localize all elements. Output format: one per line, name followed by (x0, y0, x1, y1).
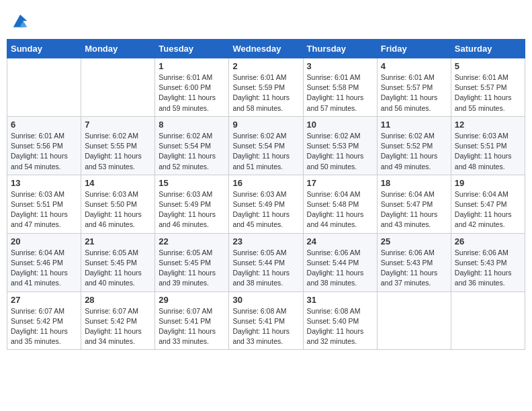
calendar-cell: 16Sunrise: 6:03 AMSunset: 5:49 PMDayligh… (229, 175, 303, 233)
day-number: 15 (159, 178, 225, 188)
day-number: 5 (455, 61, 521, 71)
calendar-cell: 29Sunrise: 6:07 AMSunset: 5:41 PMDayligh… (155, 291, 229, 350)
day-info: Sunrise: 6:04 AMSunset: 5:47 PMDaylight:… (455, 189, 521, 230)
day-number: 9 (232, 120, 299, 130)
day-info: Sunrise: 6:03 AMSunset: 5:49 PMDaylight:… (232, 189, 299, 230)
calendar-cell: 20Sunrise: 6:04 AMSunset: 5:46 PMDayligh… (7, 233, 81, 291)
day-number: 26 (455, 236, 521, 246)
day-number: 4 (381, 61, 447, 71)
day-info: Sunrise: 6:06 AMSunset: 5:43 PMDaylight:… (455, 248, 521, 289)
day-info: Sunrise: 6:02 AMSunset: 5:52 PMDaylight:… (381, 131, 447, 172)
calendar-cell: 11Sunrise: 6:02 AMSunset: 5:52 PMDayligh… (377, 116, 451, 175)
day-info: Sunrise: 6:02 AMSunset: 5:54 PMDaylight:… (232, 131, 299, 172)
calendar-cell: 31Sunrise: 6:08 AMSunset: 5:40 PMDayligh… (303, 291, 377, 350)
weekday-header-wednesday: Wednesday (229, 40, 303, 58)
day-number: 24 (307, 236, 373, 246)
day-info: Sunrise: 6:05 AMSunset: 5:45 PMDaylight:… (85, 248, 151, 289)
day-info: Sunrise: 6:08 AMSunset: 5:41 PMDaylight:… (232, 306, 299, 347)
calendar-cell: 12Sunrise: 6:03 AMSunset: 5:51 PMDayligh… (451, 116, 525, 175)
day-number: 6 (11, 120, 77, 130)
calendar-cell: 2Sunrise: 6:01 AMSunset: 5:59 PMDaylight… (229, 58, 303, 117)
day-number: 17 (307, 178, 373, 188)
calendar-cell: 8Sunrise: 6:02 AMSunset: 5:54 PMDaylight… (155, 116, 229, 175)
day-number: 19 (455, 178, 521, 188)
day-info: Sunrise: 6:07 AMSunset: 5:42 PMDaylight:… (11, 306, 77, 347)
weekday-header-tuesday: Tuesday (155, 40, 229, 58)
logo (9, 12, 30, 31)
calendar-cell: 5Sunrise: 6:01 AMSunset: 5:57 PMDaylight… (451, 58, 525, 117)
weekday-header-thursday: Thursday (303, 40, 377, 58)
day-number: 11 (381, 120, 447, 130)
day-info: Sunrise: 6:03 AMSunset: 5:51 PMDaylight:… (455, 131, 521, 172)
calendar-cell: 9Sunrise: 6:02 AMSunset: 5:54 PMDaylight… (229, 116, 303, 175)
day-number: 27 (11, 295, 77, 305)
weekday-header-sunday: Sunday (7, 40, 81, 58)
calendar-week-row: 6Sunrise: 6:01 AMSunset: 5:56 PMDaylight… (7, 116, 525, 175)
calendar-week-row: 13Sunrise: 6:03 AMSunset: 5:51 PMDayligh… (7, 175, 525, 233)
calendar-cell (451, 291, 525, 350)
day-info: Sunrise: 6:04 AMSunset: 5:48 PMDaylight:… (307, 189, 373, 230)
calendar-cell: 22Sunrise: 6:05 AMSunset: 5:45 PMDayligh… (155, 233, 229, 291)
calendar-cell: 23Sunrise: 6:05 AMSunset: 5:44 PMDayligh… (229, 233, 303, 291)
calendar-cell: 21Sunrise: 6:05 AMSunset: 5:45 PMDayligh… (81, 233, 155, 291)
day-number: 12 (455, 120, 521, 130)
calendar-week-row: 20Sunrise: 6:04 AMSunset: 5:46 PMDayligh… (7, 233, 525, 291)
day-number: 7 (85, 120, 151, 130)
weekday-header-monday: Monday (81, 40, 155, 58)
day-info: Sunrise: 6:05 AMSunset: 5:45 PMDaylight:… (159, 248, 225, 289)
day-number: 20 (11, 236, 77, 246)
day-info: Sunrise: 6:01 AMSunset: 5:59 PMDaylight:… (232, 73, 299, 113)
calendar-cell (81, 58, 155, 117)
calendar-cell: 10Sunrise: 6:02 AMSunset: 5:53 PMDayligh… (303, 116, 377, 175)
calendar-cell: 6Sunrise: 6:01 AMSunset: 5:56 PMDaylight… (7, 116, 81, 175)
calendar-table: SundayMondayTuesdayWednesdayThursdayFrid… (7, 39, 525, 350)
day-info: Sunrise: 6:01 AMSunset: 5:56 PMDaylight:… (11, 131, 77, 172)
day-info: Sunrise: 6:01 AMSunset: 5:57 PMDaylight:… (381, 73, 447, 113)
day-info: Sunrise: 6:07 AMSunset: 5:41 PMDaylight:… (159, 306, 225, 347)
day-info: Sunrise: 6:04 AMSunset: 5:46 PMDaylight:… (11, 248, 77, 289)
day-number: 28 (85, 295, 151, 305)
calendar-cell: 25Sunrise: 6:06 AMSunset: 5:43 PMDayligh… (377, 233, 451, 291)
day-number: 8 (159, 120, 225, 130)
calendar-cell: 28Sunrise: 6:07 AMSunset: 5:42 PMDayligh… (81, 291, 155, 350)
day-info: Sunrise: 6:08 AMSunset: 5:40 PMDaylight:… (307, 306, 373, 347)
day-info: Sunrise: 6:06 AMSunset: 5:44 PMDaylight:… (307, 248, 373, 289)
calendar-cell: 3Sunrise: 6:01 AMSunset: 5:58 PMDaylight… (303, 58, 377, 117)
day-number: 3 (307, 61, 373, 71)
calendar-week-row: 27Sunrise: 6:07 AMSunset: 5:42 PMDayligh… (7, 291, 525, 350)
calendar-cell: 13Sunrise: 6:03 AMSunset: 5:51 PMDayligh… (7, 175, 81, 233)
day-info: Sunrise: 6:04 AMSunset: 5:47 PMDaylight:… (381, 189, 447, 230)
day-number: 16 (232, 178, 299, 188)
day-number: 25 (381, 236, 447, 246)
day-number: 13 (11, 178, 77, 188)
day-number: 21 (85, 236, 151, 246)
calendar-cell (7, 58, 81, 117)
day-info: Sunrise: 6:07 AMSunset: 5:42 PMDaylight:… (85, 306, 151, 347)
day-number: 10 (307, 120, 373, 130)
weekday-header-friday: Friday (377, 40, 451, 58)
day-number: 22 (159, 236, 225, 246)
weekday-header-saturday: Saturday (451, 40, 525, 58)
day-info: Sunrise: 6:03 AMSunset: 5:51 PMDaylight:… (11, 189, 77, 230)
day-number: 18 (381, 178, 447, 188)
calendar-cell: 14Sunrise: 6:03 AMSunset: 5:50 PMDayligh… (81, 175, 155, 233)
calendar-cell: 7Sunrise: 6:02 AMSunset: 5:55 PMDaylight… (81, 116, 155, 175)
calendar-cell: 15Sunrise: 6:03 AMSunset: 5:49 PMDayligh… (155, 175, 229, 233)
calendar-cell (377, 291, 451, 350)
day-info: Sunrise: 6:03 AMSunset: 5:49 PMDaylight:… (159, 189, 225, 230)
day-info: Sunrise: 6:01 AMSunset: 5:57 PMDaylight:… (455, 73, 521, 113)
day-number: 29 (159, 295, 225, 305)
page-header (7, 7, 525, 34)
day-number: 14 (85, 178, 151, 188)
calendar-cell: 1Sunrise: 6:01 AMSunset: 6:00 PMDaylight… (155, 58, 229, 117)
day-info: Sunrise: 6:01 AMSunset: 6:00 PMDaylight:… (159, 73, 225, 113)
logo-icon (11, 12, 30, 31)
day-info: Sunrise: 6:01 AMSunset: 5:58 PMDaylight:… (307, 73, 373, 113)
calendar-cell: 27Sunrise: 6:07 AMSunset: 5:42 PMDayligh… (7, 291, 81, 350)
day-number: 1 (159, 61, 225, 71)
day-number: 31 (307, 295, 373, 305)
calendar-cell: 17Sunrise: 6:04 AMSunset: 5:48 PMDayligh… (303, 175, 377, 233)
day-number: 23 (232, 236, 299, 246)
day-number: 30 (232, 295, 299, 305)
day-info: Sunrise: 6:03 AMSunset: 5:50 PMDaylight:… (85, 189, 151, 230)
